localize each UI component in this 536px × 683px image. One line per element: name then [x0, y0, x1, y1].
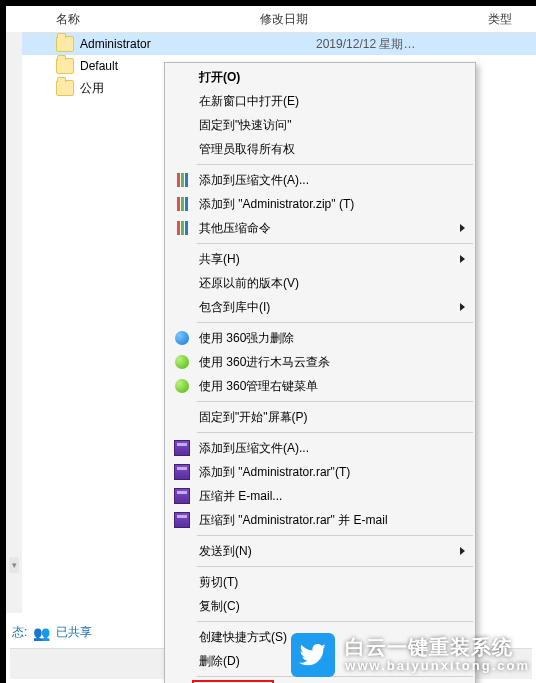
folder-label: 公用	[80, 80, 104, 97]
folder-label: Administrator	[80, 37, 151, 51]
header-date[interactable]: 修改日期	[260, 11, 308, 28]
menu-add-to-admin-zip[interactable]: 添加到 "Administrator.zip" (T)	[165, 192, 475, 216]
left-scrollbar[interactable]: ▾	[6, 32, 22, 613]
header-type[interactable]: 类型	[488, 11, 512, 28]
menu-include-library[interactable]: 包含到库中(I)	[165, 295, 475, 319]
status-bar: 态: 👥 已共享	[6, 620, 98, 645]
folder-label: Default	[80, 59, 118, 73]
folder-row-administrator[interactable]: Administrator 2019/12/12 星期…	[6, 33, 536, 55]
menu-winrar-compress-rar-email[interactable]: 压缩到 "Administrator.rar" 并 E-mail	[165, 508, 475, 532]
submenu-arrow-icon	[460, 224, 465, 232]
watermark-url: www.baiyunxitong.com	[345, 659, 530, 674]
menu-winrar-compress-email[interactable]: 压缩并 E-mail...	[165, 484, 475, 508]
menu-send-to[interactable]: 发送到(N)	[165, 539, 475, 563]
watermark-title: 白云一键重装系统	[345, 636, 530, 659]
archive-icon	[173, 220, 191, 236]
submenu-arrow-icon	[460, 303, 465, 311]
archive-icon	[173, 196, 191, 212]
context-menu: 打开(O) 在新窗口中打开(E) 固定到"快速访问" 管理员取得所有权 添加到压…	[164, 62, 476, 683]
360-green-icon	[173, 354, 191, 370]
winrar-icon	[173, 488, 191, 504]
watermark: 白云一键重装系统 www.baiyunxitong.com	[291, 627, 536, 683]
winrar-icon	[173, 464, 191, 480]
status-prefix: 态:	[12, 624, 27, 641]
folder-date: 2019/12/12 星期…	[316, 36, 415, 53]
scroll-down-icon[interactable]: ▾	[9, 557, 19, 573]
watermark-bird-icon	[291, 633, 335, 677]
menu-360-manage-context[interactable]: 使用 360管理右键菜单	[165, 374, 475, 398]
menu-pin-quick-access[interactable]: 固定到"快速访问"	[165, 113, 475, 137]
winrar-icon	[173, 440, 191, 456]
menu-other-archive[interactable]: 其他压缩命令	[165, 216, 475, 240]
submenu-arrow-icon	[460, 547, 465, 555]
archive-icon	[173, 172, 191, 188]
status-shared: 已共享	[56, 624, 92, 641]
menu-cut[interactable]: 剪切(T)	[165, 570, 475, 594]
menu-copy[interactable]: 复制(C)	[165, 594, 475, 618]
menu-add-to-archive[interactable]: 添加到压缩文件(A)...	[165, 168, 475, 192]
share-icon: 👥	[33, 625, 50, 641]
360-blue-icon	[173, 330, 191, 346]
menu-360-trojan-scan[interactable]: 使用 360进行木马云查杀	[165, 350, 475, 374]
menu-open-new-window[interactable]: 在新窗口中打开(E)	[165, 89, 475, 113]
winrar-icon	[173, 512, 191, 528]
header-name[interactable]: 名称	[56, 11, 80, 28]
menu-winrar-add-admin-rar[interactable]: 添加到 "Administrator.rar"(T)	[165, 460, 475, 484]
menu-winrar-add-archive[interactable]: 添加到压缩文件(A)...	[165, 436, 475, 460]
menu-restore-previous[interactable]: 还原以前的版本(V)	[165, 271, 475, 295]
submenu-arrow-icon	[460, 255, 465, 263]
menu-share[interactable]: 共享(H)	[165, 247, 475, 271]
menu-360-force-delete[interactable]: 使用 360强力删除	[165, 326, 475, 350]
column-headers: 名称 修改日期 类型	[6, 6, 536, 33]
menu-open[interactable]: 打开(O)	[165, 65, 475, 89]
folder-icon	[56, 58, 74, 74]
menu-pin-start[interactable]: 固定到"开始"屏幕(P)	[165, 405, 475, 429]
folder-icon	[56, 80, 74, 96]
folder-icon	[56, 36, 74, 52]
menu-take-ownership[interactable]: 管理员取得所有权	[165, 137, 475, 161]
360-green-icon	[173, 378, 191, 394]
